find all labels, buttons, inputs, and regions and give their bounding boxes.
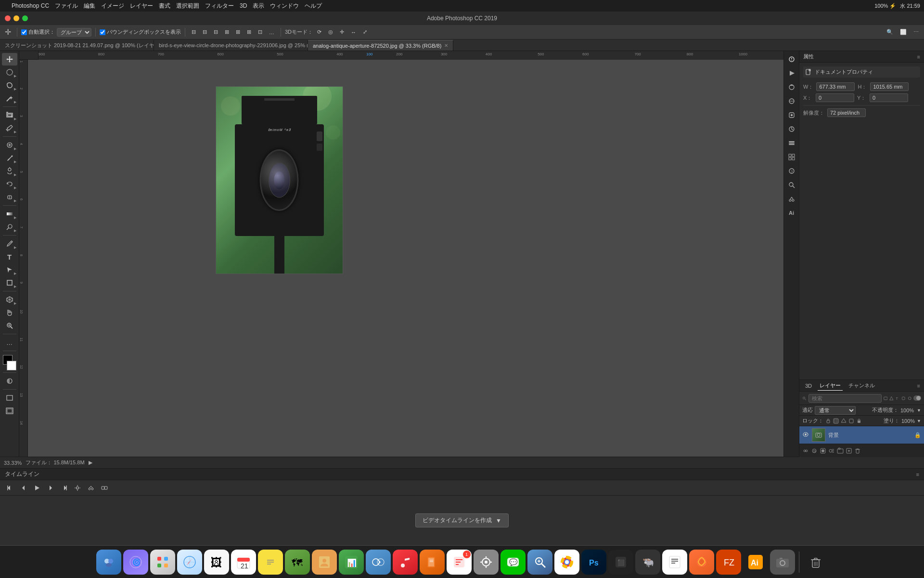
align-center-h-btn[interactable]: ⊟	[200, 28, 209, 36]
menu-window[interactable]: ウィンドウ	[270, 2, 299, 10]
align-left-btn[interactable]: ⊟	[189, 28, 198, 36]
more-tools-btn[interactable]: …	[2, 336, 17, 349]
menu-edit[interactable]: 編集	[84, 2, 95, 10]
new-layer-btn[interactable]	[846, 447, 852, 454]
menu-layer[interactable]: レイヤー	[130, 2, 153, 10]
dock-spotlight[interactable]	[527, 550, 552, 575]
resolution-value[interactable]: 72 pixel/inch	[827, 108, 866, 117]
timeline-settings[interactable]	[72, 483, 83, 493]
lock-style-icon[interactable]	[841, 418, 847, 424]
layers-filter-icon-2[interactable]	[889, 395, 894, 401]
dock-siri[interactable]: 🌀	[123, 550, 148, 575]
3d-slide-btn[interactable]: ↔	[348, 28, 359, 36]
properties-panel-icon[interactable]	[785, 53, 798, 66]
adjustments-panel-icon[interactable]	[785, 81, 798, 93]
dock-textedit[interactable]	[662, 550, 687, 575]
layers-search-input[interactable]	[808, 394, 882, 403]
gradient-btn[interactable]: ▶	[2, 208, 17, 220]
menu-file[interactable]: ファイル	[55, 2, 78, 10]
more-status-btn[interactable]: ▶	[89, 460, 92, 466]
extras-btn[interactable]: ⋯	[911, 28, 921, 36]
clone-btn[interactable]: ▶	[2, 165, 17, 177]
x-value[interactable]: 0	[816, 93, 854, 102]
timeline-step-back[interactable]	[18, 483, 29, 493]
lock-pixel-icon[interactable]	[833, 418, 839, 424]
layers-filter-icon-5[interactable]	[908, 395, 912, 401]
align-center-v-btn[interactable]: ⊞	[233, 28, 243, 36]
dock-contacts[interactable]	[312, 550, 337, 575]
close-button[interactable]	[5, 15, 11, 21]
dock-reminders[interactable]: 1	[447, 550, 472, 575]
dock-books[interactable]	[420, 550, 445, 575]
align-bottom-btn[interactable]: ⊞	[244, 28, 254, 36]
screen-mode2-btn[interactable]	[2, 405, 17, 417]
delete-layer-btn[interactable]	[854, 447, 861, 454]
3d-drag-btn[interactable]: ✛	[337, 28, 346, 36]
y-value[interactable]: 0	[870, 93, 908, 102]
layers-menu-btn[interactable]: ≡	[917, 383, 920, 389]
blend-mode-select[interactable]: 通常 スクリーン 乗算	[815, 406, 856, 415]
tab-drone[interactable]: bird-s-eye-view-circle-drone-photography…	[154, 40, 308, 51]
tab-layers[interactable]: レイヤー	[818, 381, 843, 391]
dock-app1[interactable]: ⬛	[608, 550, 633, 575]
properties-expand[interactable]: ≡	[917, 54, 920, 60]
channels-panel-icon[interactable]	[785, 95, 798, 107]
menu-help[interactable]: ヘルプ	[305, 2, 322, 10]
path-select-btn[interactable]: ▶	[2, 263, 17, 276]
3d-btn[interactable]: ▶	[2, 293, 17, 306]
crop-tool-btn[interactable]: ▶	[2, 109, 17, 121]
dock-launchpad[interactable]	[150, 550, 175, 575]
dock-sysprefs[interactable]	[474, 550, 499, 575]
auto-select-checkbox[interactable]	[21, 29, 27, 35]
tab-close-2[interactable]: ✕	[444, 43, 448, 48]
pen-btn[interactable]: ▶	[2, 237, 17, 250]
search-panel-icon[interactable]	[785, 179, 798, 191]
dock-migrate[interactable]	[366, 550, 391, 575]
lasso-tool-btn[interactable]: ▶	[2, 79, 17, 92]
history-btn[interactable]: ▶	[2, 178, 17, 190]
timeline-step-forward[interactable]	[45, 483, 56, 493]
menu-filter[interactable]: フィルター	[205, 2, 234, 10]
tab-analog[interactable]: analog-antique-aperture-872520.jpg @ 33.…	[308, 40, 453, 51]
menu-type[interactable]: 書式	[159, 2, 170, 10]
layers-filter-icon-3[interactable]: T	[896, 395, 900, 401]
ai-panel-icon[interactable]: Ai	[785, 207, 798, 219]
dock-photos[interactable]: 🖼	[204, 550, 229, 575]
hand-btn[interactable]	[2, 306, 17, 319]
dock-music[interactable]	[393, 550, 418, 575]
timeline-convert[interactable]	[99, 483, 110, 493]
dock-line[interactable]: 💬	[500, 550, 526, 575]
canvas-container[interactable]: ɓnimoM ᴲᴙ∃	[28, 60, 783, 457]
dock-safari[interactable]	[177, 550, 202, 575]
eraser-btn[interactable]: ▶	[2, 191, 17, 203]
marquee-tool-btn[interactable]: ▶	[2, 66, 17, 79]
healing-btn[interactable]: ▶	[2, 139, 17, 151]
screen-mode-btn[interactable]	[2, 392, 17, 404]
patterns-panel-icon[interactable]	[785, 151, 798, 163]
layers-filter-icon-4[interactable]	[901, 395, 906, 401]
scissors-panel-icon[interactable]	[785, 193, 798, 205]
menu-app[interactable]: Photoshop CC	[12, 2, 49, 9]
create-timeline-button[interactable]: ビデオタイムラインを作成 ▼	[415, 513, 509, 527]
align-top-btn[interactable]: ⊞	[222, 28, 231, 36]
menu-select[interactable]: 選択範囲	[176, 2, 199, 10]
learn-panel-icon[interactable]: ?	[785, 165, 798, 177]
search-toolbar-btn[interactable]: 🔍	[884, 28, 896, 36]
layer-link-btn[interactable]	[802, 447, 809, 454]
dock-filezilla[interactable]: FZ	[716, 550, 741, 575]
height-value[interactable]: 1015.65 mm	[870, 82, 909, 91]
fill-dropdown-arrow[interactable]: ▼	[917, 419, 921, 423]
eyedropper-btn[interactable]: ▶	[2, 122, 17, 134]
3d-roll-btn[interactable]: ◎	[326, 28, 335, 36]
width-value[interactable]: 677.33 mm	[816, 82, 855, 91]
opacity-dropdown-arrow[interactable]: ▼	[917, 408, 921, 413]
dock-notes[interactable]	[258, 550, 283, 575]
dock-numbers[interactable]: 📊	[339, 550, 364, 575]
styles-panel-icon[interactable]	[785, 109, 798, 121]
dock-trash[interactable]	[803, 550, 828, 575]
zoom-btn[interactable]	[2, 319, 17, 332]
layer-style-btn[interactable]: fx	[811, 447, 818, 454]
dock-image-capture[interactable]	[770, 550, 795, 575]
lock-artboard-icon[interactable]	[848, 418, 854, 424]
timeline-play[interactable]	[32, 483, 42, 493]
